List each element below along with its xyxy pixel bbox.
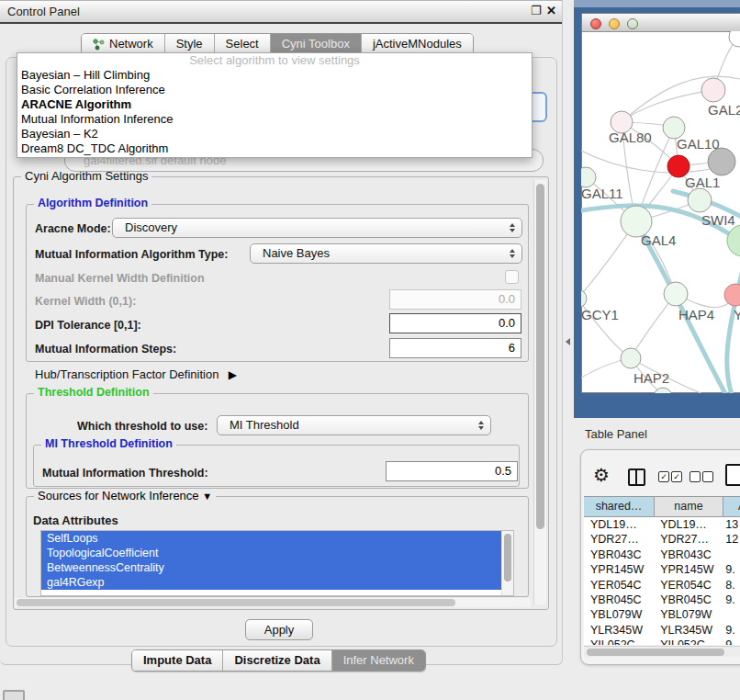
table-row[interactable]: YBR045C YBR045C 9. bbox=[584, 593, 740, 607]
unchecked-checkbox-icon[interactable] bbox=[702, 471, 713, 482]
cell: YDL19… bbox=[654, 517, 722, 532]
algorithm-option[interactable]: Bayesian – K2 bbox=[17, 127, 532, 141]
list-item[interactable]: SelfLoops bbox=[41, 531, 502, 546]
table-row[interactable]: YER054C YER054C 8. bbox=[584, 578, 740, 593]
algorithm-definition-title: Algorithm Definition bbox=[34, 197, 151, 209]
settings-vertical-scrollbar[interactable] bbox=[533, 180, 546, 604]
table-row[interactable]: YIL052C YIL052C 9. bbox=[584, 638, 740, 645]
minimize-window-icon[interactable] bbox=[609, 18, 620, 29]
columns-icon[interactable] bbox=[628, 469, 645, 486]
document-icon[interactable] bbox=[725, 464, 740, 486]
list-vertical-scrollbar-thumb[interactable] bbox=[504, 534, 511, 581]
list-item[interactable]: gal4RGexp bbox=[41, 575, 502, 590]
table-row[interactable]: YBL079W YBL079W bbox=[584, 607, 740, 622]
algorithm-option[interactable]: Mutual Information Inference bbox=[17, 112, 532, 127]
tab-style[interactable]: Style bbox=[164, 34, 214, 54]
algorithm-option[interactable]: Basic Correlation Inference bbox=[17, 83, 532, 97]
gear-icon[interactable]: ⚙ bbox=[593, 464, 610, 486]
tab-select[interactable]: Select bbox=[214, 34, 270, 54]
threshold-definition-title: Threshold Definition bbox=[34, 386, 153, 399]
column-header-label: shared… bbox=[596, 500, 643, 513]
table-row[interactable]: YDR27… YDR27… 12 bbox=[584, 532, 740, 547]
node-gcy1[interactable] bbox=[581, 289, 587, 308]
tab-impute-data[interactable]: Impute Data bbox=[132, 650, 222, 671]
list-vertical-scrollbar[interactable] bbox=[501, 531, 513, 595]
hub-definition-toggle[interactable]: Hub/Transcription Factor Definition ▶ bbox=[35, 366, 237, 382]
unchecked-checkbox-icon[interactable] bbox=[690, 471, 701, 482]
hub-definition-label: Hub/Transcription Factor Definition bbox=[35, 367, 219, 381]
node-partial-top[interactable] bbox=[729, 31, 740, 47]
column-header-shared-name[interactable]: shared… bbox=[584, 496, 655, 517]
data-attributes-label: Data Attributes bbox=[33, 514, 118, 527]
node-salmon[interactable] bbox=[724, 284, 740, 306]
node-swi4[interactable] bbox=[727, 225, 740, 256]
table-horizontal-scrollbar-thumb[interactable] bbox=[587, 649, 724, 656]
control-panel-titlebar[interactable]: Control Panel ❐ ✕ bbox=[0, 0, 562, 24]
tab-cyni-toolbox[interactable]: Cyni Toolbox bbox=[270, 34, 361, 54]
aracne-mode-label: Aracne Mode: bbox=[35, 222, 111, 235]
table-body[interactable]: YDL19… YDL19… 13 YDR27… YDR27… 12 YBR043… bbox=[584, 517, 740, 645]
mi-type-combo[interactable]: Naive Bayes bbox=[250, 243, 522, 264]
cell: YBR043C bbox=[654, 548, 722, 562]
zoom-window-icon[interactable] bbox=[627, 18, 638, 29]
settings-vertical-scrollbar-thumb[interactable] bbox=[536, 184, 544, 529]
list-item[interactable]: TopologicalCoefficient bbox=[41, 546, 502, 560]
close-panel-icon[interactable]: ✕ bbox=[546, 4, 556, 17]
table-row[interactable]: YDL19… YDL19… 13 bbox=[584, 517, 740, 532]
manual-kernel-checkbox[interactable] bbox=[505, 270, 519, 284]
tab-infer-network[interactable]: Infer Network bbox=[331, 650, 425, 671]
checked-checkbox-icon[interactable]: ✓ bbox=[658, 471, 669, 482]
data-attributes-list[interactable]: SelfLoops TopologicalCoefficient Between… bbox=[40, 530, 514, 596]
settings-horizontal-scrollbar[interactable] bbox=[15, 598, 531, 607]
network-canvas[interactable]: GAL2 GAL80 GAL10 GAL1 GAL11 SWI4 GAL4 GC… bbox=[581, 31, 740, 393]
algorithm-option-selected[interactable]: ARACNE Algorithm bbox=[17, 97, 532, 112]
node-gal1[interactable] bbox=[688, 188, 712, 212]
list-item[interactable]: BetweennessCentrality bbox=[41, 560, 502, 575]
tab-cyni-toolbox-label: Cyni Toolbox bbox=[282, 34, 350, 54]
tab-discretize-data-label: Discretize Data bbox=[234, 650, 320, 671]
column-header-name[interactable]: name bbox=[655, 496, 723, 517]
aracne-mode-combo[interactable]: Discovery bbox=[112, 218, 522, 238]
table-row[interactable]: YPR145W YPR145W 9. bbox=[584, 562, 740, 577]
node-hap2[interactable] bbox=[621, 348, 641, 368]
cell: YPR145W bbox=[584, 562, 654, 577]
table-horizontal-scrollbar[interactable] bbox=[584, 646, 740, 657]
mi-steps-label: Mutual Information Steps: bbox=[35, 343, 176, 356]
apply-button[interactable]: Apply bbox=[245, 619, 313, 640]
checked-checkbox-icon[interactable]: ✓ bbox=[671, 471, 682, 482]
which-threshold-combo[interactable]: MI Threshold bbox=[217, 415, 491, 435]
node-label: SWI4 bbox=[701, 212, 735, 228]
minimized-panel-icon[interactable] bbox=[3, 690, 25, 700]
float-panel-icon[interactable]: ❐ bbox=[531, 4, 542, 17]
mi-threshold-value: 0.5 bbox=[495, 464, 511, 478]
sources-title-text: Sources for Network Inference bbox=[38, 489, 199, 502]
tab-jactivemnodules[interactable]: jActiveMNodules bbox=[361, 34, 473, 54]
collapse-arrow-icon: ▼ bbox=[202, 491, 212, 502]
algorithm-option[interactable]: Dream8 DC_TDC Algorithm bbox=[17, 141, 532, 156]
node-gal2[interactable] bbox=[701, 78, 725, 102]
mi-steps-field[interactable]: 6 bbox=[389, 338, 521, 358]
tab-discretize-data[interactable]: Discretize Data bbox=[222, 650, 331, 671]
cell: 9. bbox=[722, 593, 740, 607]
mi-threshold-group-title: MI Threshold Definition bbox=[41, 437, 176, 450]
algorithm-option[interactable]: Bayesian – Hill Climbing bbox=[17, 68, 532, 83]
tab-style-label: Style bbox=[176, 34, 203, 54]
sources-group-title[interactable]: Sources for Network Inference ▼ bbox=[34, 489, 216, 502]
column-header-partial[interactable]: A bbox=[723, 496, 740, 517]
node-gray[interactable] bbox=[708, 148, 735, 175]
manual-kernel-label: Manual Kernel Width Definition bbox=[35, 272, 205, 285]
cell: YIL052C bbox=[584, 638, 654, 645]
table-row[interactable]: YBR043C YBR043C bbox=[584, 548, 740, 562]
dpi-tolerance-field[interactable]: 0.0 bbox=[389, 313, 521, 333]
panel-divider-handle[interactable] bbox=[566, 338, 570, 345]
node-hap4[interactable] bbox=[664, 282, 688, 306]
network-icon bbox=[93, 39, 105, 51]
tab-jactivemnodules-label: jActiveMNodules bbox=[373, 34, 462, 54]
table-row[interactable]: YLR345W YLR345W 9. bbox=[584, 623, 740, 638]
tab-network[interactable]: Network bbox=[82, 34, 164, 54]
close-window-icon[interactable] bbox=[590, 18, 601, 29]
cell bbox=[722, 548, 740, 562]
network-window-titlebar[interactable] bbox=[582, 14, 740, 32]
mi-threshold-field[interactable]: 0.5 bbox=[386, 461, 518, 481]
settings-horizontal-scrollbar-thumb[interactable] bbox=[17, 599, 455, 606]
